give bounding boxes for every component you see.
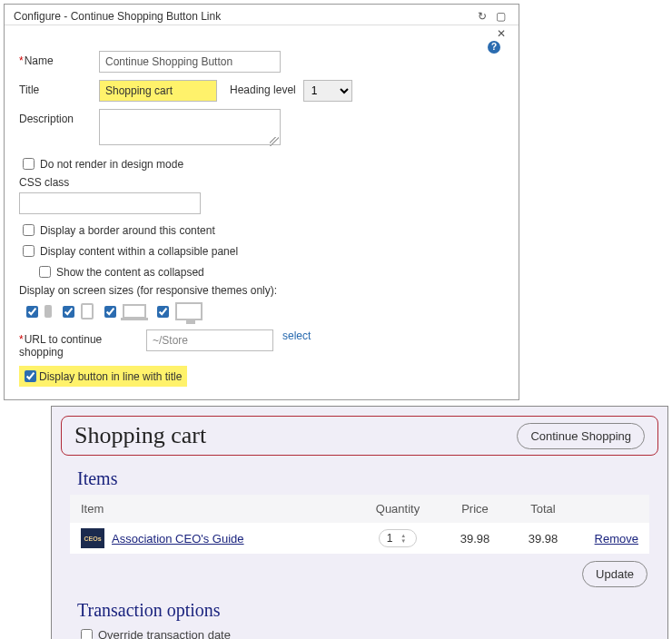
dialog-header: Configure - Continue Shopping Button Lin…	[5, 5, 519, 25]
cart-panel: Shopping cart Continue Shopping Items It…	[51, 406, 668, 639]
name-label: Name	[19, 51, 99, 67]
close-icon[interactable]: ✕	[497, 27, 506, 40]
url-input[interactable]	[146, 329, 273, 351]
dialog-title: Configure - Continue Shopping Button Lin…	[14, 10, 473, 23]
no-render-label: Do not render in design mode	[40, 158, 183, 171]
css-class-label: CSS class	[19, 176, 504, 189]
cart-header: Shopping cart Continue Shopping	[61, 416, 658, 456]
col-price: Price	[439, 502, 511, 516]
screen-laptop-checkbox[interactable]	[104, 306, 116, 318]
inline-checkbox[interactable]	[25, 370, 36, 382]
col-qty: Quantity	[357, 502, 439, 516]
collapsible-checkbox[interactable]	[23, 245, 35, 257]
collapsible-label: Display content within a collapsible pan…	[40, 245, 238, 258]
maximize-icon[interactable]: ▢	[491, 10, 509, 23]
css-class-input[interactable]	[19, 192, 201, 214]
help-icon[interactable]: ?	[488, 41, 500, 54]
title-label: Title	[19, 80, 99, 96]
quantity-stepper[interactable]: 1 ▲▼	[379, 529, 418, 547]
heading-level-select[interactable]: 1	[303, 80, 352, 102]
screens-label: Display on screen sizes (for responsive …	[19, 284, 504, 297]
configure-dialog: Configure - Continue Shopping Button Lin…	[4, 4, 519, 400]
desktop-icon	[175, 302, 203, 320]
override-date-label: Override transaction date	[98, 628, 231, 639]
col-item: Item	[81, 502, 357, 516]
border-label: Display a border around this content	[40, 224, 215, 237]
total-value: 39.98	[511, 532, 575, 546]
product-link[interactable]: Association CEO's Guide	[112, 532, 244, 546]
override-date-checkbox[interactable]	[81, 629, 93, 639]
tablet-icon	[81, 303, 94, 320]
price-value: 39.98	[439, 532, 511, 546]
product-thumb: CEOs	[81, 528, 104, 548]
border-checkbox[interactable]	[23, 224, 35, 236]
update-button[interactable]: Update	[582, 561, 647, 587]
name-input[interactable]	[99, 51, 281, 73]
url-label: URL to continue shopping	[19, 329, 146, 359]
url-select-link[interactable]: select	[282, 329, 311, 342]
quantity-value: 1	[387, 532, 393, 545]
table-row: CEOs Association CEO's Guide 1 ▲▼ 39.98 …	[70, 523, 649, 554]
remove-link[interactable]: Remove	[595, 532, 638, 546]
collapsed-label: Show the content as collapsed	[56, 266, 204, 279]
cart-title: Shopping cart	[74, 422, 517, 449]
refresh-icon[interactable]: ↻	[473, 10, 491, 23]
screen-desktop-checkbox[interactable]	[157, 306, 169, 318]
screen-phone-checkbox[interactable]	[26, 306, 38, 318]
col-total: Total	[511, 502, 575, 516]
items-table: Item Quantity Price Total CEOs Associati…	[70, 495, 649, 554]
items-heading: Items	[77, 468, 658, 489]
phone-icon	[44, 305, 52, 318]
description-label: Description	[19, 109, 99, 125]
screen-tablet-checkbox[interactable]	[63, 306, 74, 318]
continue-shopping-button[interactable]: Continue Shopping	[517, 423, 645, 449]
no-render-checkbox[interactable]	[23, 158, 35, 170]
collapsed-checkbox[interactable]	[39, 266, 51, 278]
transaction-heading: Transaction options	[77, 600, 658, 621]
laptop-icon	[123, 304, 146, 319]
qty-down-icon[interactable]: ▼	[398, 538, 409, 544]
table-header: Item Quantity Price Total	[70, 495, 649, 523]
inline-label: Display button in line with title	[39, 370, 182, 383]
heading-level-label: Heading level	[230, 80, 296, 96]
title-input[interactable]	[99, 80, 217, 102]
description-textarea[interactable]	[99, 109, 281, 145]
